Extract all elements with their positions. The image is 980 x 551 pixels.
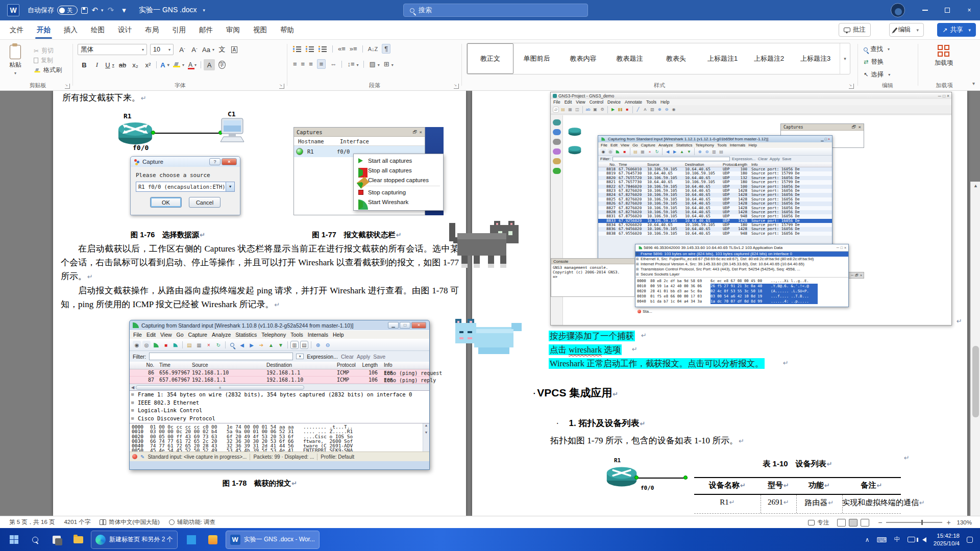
increase-indent-button[interactable]: »≡ (350, 45, 357, 53)
menu-item[interactable]: Analyze (212, 332, 231, 338)
grow-font-button[interactable]: Aˆ (177, 44, 188, 55)
clear-button[interactable]: Clear (341, 354, 354, 360)
packet-row[interactable]: 87657.067967192.168.1.1192.168.1.10ICMP1… (130, 377, 429, 384)
zoom-in-button[interactable]: + (946, 518, 950, 527)
scrollbar-thumb[interactable] (972, 346, 979, 417)
minimize-icon[interactable]: ▁ (388, 322, 399, 329)
detail-row[interactable]: Cisco Discovery Protocol (130, 415, 429, 423)
go-to-packet-icon[interactable]: ➔ (257, 341, 265, 349)
menu-item[interactable]: Telephony (696, 143, 714, 147)
shrink-font-button[interactable]: Aˇ (189, 44, 200, 55)
word-taskbar-button[interactable]: W 实验一 GNS .docx - Wor... (226, 531, 320, 549)
packet-details-pane[interactable]: Frame 1: 354 bytes on wire (2832 bits), … (130, 390, 429, 423)
clipboard-dialog-launcher[interactable]: ↘ (65, 84, 70, 89)
notification-center-icon[interactable] (967, 537, 973, 543)
stop-capture-icon[interactable]: ■ (162, 341, 170, 349)
vscode-button[interactable] (184, 532, 199, 547)
stop-all-icon[interactable]: ■ (624, 107, 630, 113)
text-effects-button[interactable]: A▾ (159, 59, 170, 70)
console-icon[interactable]: ▣ (592, 107, 598, 113)
style-item[interactable]: 上标题注2 (746, 43, 792, 74)
close-dialog-button[interactable]: × (222, 158, 237, 165)
close-panel-icon[interactable]: × (420, 130, 422, 135)
accessibility-status[interactable]: 辅助功能: 调查 (169, 518, 215, 526)
filter-input[interactable] (612, 157, 730, 161)
touch-keyboard-icon[interactable]: ⌨ (877, 536, 887, 544)
document-title-menu[interactable]: 实验一 GNS .docx ▾ (139, 6, 205, 15)
zoom-out-button[interactable]: − (878, 518, 882, 527)
pause-all-icon[interactable]: ▮▮ (617, 107, 623, 113)
change-case-button[interactable]: Aa▾ (201, 44, 215, 55)
filter-input[interactable] (149, 353, 293, 360)
wireshark-title-bar[interactable]: Capturing from Standard input [Wireshark… (598, 136, 832, 142)
close-window-button[interactable]: × (959, 0, 980, 20)
packet-details-pane[interactable]: Frame 5896: 103 bytes on wire (824 bits)… (635, 252, 848, 278)
font-dialog-launcher[interactable]: ↘ (279, 84, 284, 89)
packet-row[interactable]: 883867.955602010.106.59.10510.64.40.65UD… (598, 232, 832, 236)
context-menu-item[interactable]: Start all captures (354, 156, 443, 165)
line-spacing-button[interactable]: ↕≡▾ (347, 60, 358, 68)
restart-capture-icon[interactable] (172, 341, 180, 349)
shading-button[interactable]: ▨▾ (369, 60, 379, 68)
menu-item[interactable]: File (553, 99, 560, 105)
open-file-icon[interactable]: ▤ (185, 341, 193, 349)
ribbon-tab[interactable]: 绘图 (84, 20, 111, 40)
word-app-icon[interactable]: W (7, 4, 19, 16)
add-link-icon[interactable]: ╱ (635, 107, 641, 113)
borders-button[interactable]: ⊞▾ (384, 60, 394, 68)
ribbon-tab[interactable]: 帮助 (274, 20, 301, 40)
web-layout-button[interactable] (861, 519, 869, 527)
snapshot-icon[interactable]: ◫ (574, 107, 580, 113)
character-shading-button[interactable]: A (204, 59, 215, 70)
page-indicator[interactable]: 第 5 页，共 16 页 (9, 518, 55, 526)
cut-button[interactable]: ✂剪切 (34, 46, 62, 56)
ribbon-tab[interactable]: 审阅 (219, 20, 247, 40)
menu-item[interactable]: Annotate (625, 99, 642, 105)
new-project-icon[interactable]: ▱ (553, 107, 559, 113)
detail-row[interactable]: IEEE 802.3 Ethernet (130, 399, 429, 407)
cancel-button[interactable]: Cancel (189, 197, 220, 208)
undo-button[interactable]: ↶▾ (91, 4, 104, 17)
vertical-scrollbar[interactable]: ▲▼ (423, 423, 429, 452)
reload-icon[interactable]: ↻ (214, 341, 223, 349)
task-view-button[interactable] (49, 532, 64, 547)
autoscroll-icon[interactable]: ▤ (300, 341, 308, 349)
dialog-title-bar[interactable]: Capture ?× (131, 157, 240, 167)
minimize-icon[interactable]: ─ (837, 246, 839, 249)
save-filter-button[interactable]: Save (373, 354, 385, 360)
menu-item[interactable]: File (601, 143, 607, 147)
addins-button[interactable]: 加载项 (932, 45, 955, 67)
replace-button[interactable]: ⇄替换 (864, 57, 884, 67)
apply-button[interactable]: Apply (357, 354, 370, 360)
zoom-level[interactable]: 130% (957, 519, 972, 525)
ribbon-tab[interactable]: 开始 (30, 20, 57, 40)
subscript-button[interactable]: x₂ (130, 59, 141, 70)
detail-row[interactable]: Transmission Control Protocol, Src Port:… (635, 267, 848, 272)
filter-dropdown-icon[interactable]: ▼ (296, 354, 304, 359)
format-painter-button[interactable]: 格式刷 (34, 65, 62, 75)
highlight-color-button[interactable]: ▾ (172, 59, 185, 70)
document-scrollbar[interactable]: ▲ ▼ (970, 182, 980, 516)
bold-button[interactable]: B (79, 59, 90, 70)
italic-button[interactable]: I (91, 59, 103, 70)
justify-button[interactable]: ≡ (317, 59, 326, 69)
search-box[interactable]: 搜索 (403, 4, 588, 17)
align-center-button[interactable]: ≡ (301, 60, 305, 68)
end-device-tool-icon[interactable] (553, 139, 561, 145)
capture-options-icon[interactable]: ◎ (142, 341, 151, 349)
zoom-slider[interactable] (886, 522, 942, 523)
ribbon-tab[interactable]: 插入 (57, 20, 84, 40)
strikethrough-button[interactable]: ab (117, 59, 128, 70)
captures-panel-header[interactable]: Captures 🗗× (294, 128, 425, 137)
help-button[interactable]: ? (209, 158, 220, 165)
show-interface-names-icon[interactable]: ab (585, 107, 591, 113)
close-icon[interactable]: × (411, 322, 426, 329)
close-file-icon[interactable]: × (205, 341, 213, 349)
browse-devices-icon[interactable]: ⚙ (599, 107, 605, 113)
menu-item[interactable]: Statistics (676, 143, 693, 147)
zoom-out-icon[interactable]: ⊖ (324, 341, 332, 349)
style-item[interactable]: 教表头 (653, 43, 699, 74)
edge-browser-button[interactable]: 新建标签页 和另外 2 个 (91, 531, 178, 549)
volume-icon[interactable] (922, 537, 926, 542)
distribute-button[interactable]: ⇔ (330, 60, 336, 68)
